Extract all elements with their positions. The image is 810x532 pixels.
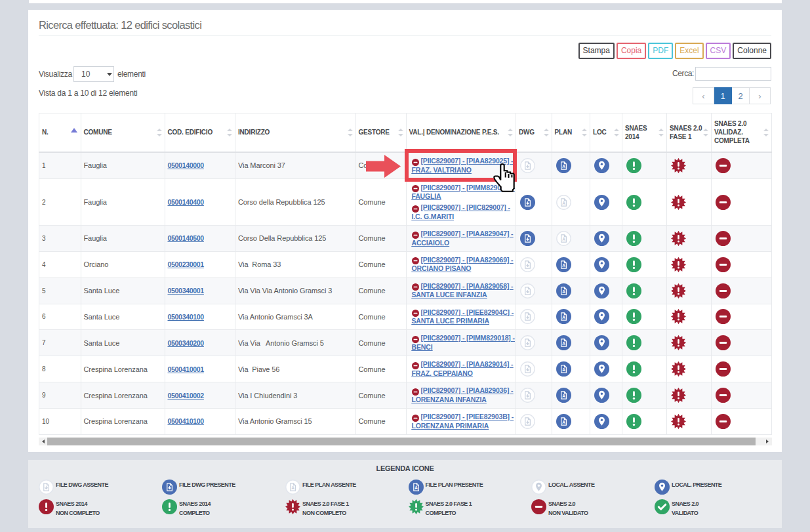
svg-text:A: A [562,341,565,346]
svg-text:A: A [562,237,565,241]
svg-text:A: A [562,263,565,268]
svg-text:A: A [562,201,565,205]
svg-text:A: A [291,485,294,490]
svg-text:A: A [562,394,565,398]
svg-text:A: A [562,367,565,372]
svg-text:A: A [562,315,565,319]
svg-text:A: A [415,485,418,490]
svg-text:A: A [562,420,565,424]
svg-text:A: A [562,164,565,169]
svg-text:A: A [562,289,565,294]
